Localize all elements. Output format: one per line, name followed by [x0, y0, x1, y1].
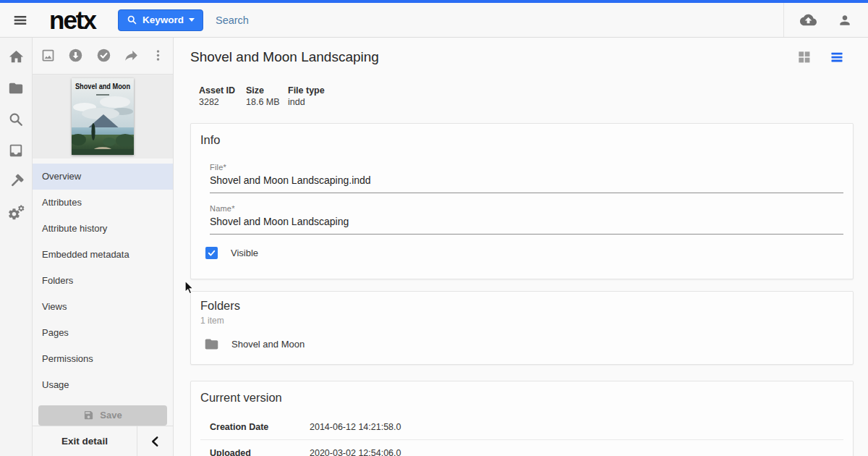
info-card: Info File* Shovel and Moon Landscaping.i… — [190, 123, 854, 279]
current-version-card: Current version Creation Date 2014-06-12… — [190, 381, 854, 456]
asset-header: Shovel and Moon Landscaping — [174, 38, 868, 76]
asset-meta: Asset ID 3282 Size 18.6 MB File type ind… — [190, 85, 854, 107]
netx-logo[interactable]: netx — [49, 7, 95, 33]
meta-asset-id: Asset ID 3282 — [199, 85, 246, 107]
detail-menu: Overview Attributes Attribute history Em… — [33, 164, 173, 398]
home-icon[interactable] — [0, 41, 32, 72]
page-title: Shovel and Moon Landscaping — [190, 49, 379, 65]
folder-icon[interactable] — [0, 72, 32, 104]
keyword-scope-button[interactable]: Keyword — [118, 9, 203, 31]
menu-item-pages[interactable]: Pages — [33, 320, 173, 346]
exit-row: Exit detail — [33, 426, 173, 456]
thumbnail-title: Shovel and Moon — [75, 82, 130, 90]
image-icon[interactable] — [41, 48, 56, 63]
version-row-uploaded: Uploaded 2020-03-02 12:54:06.0 — [200, 440, 843, 456]
nav-rail — [0, 38, 33, 456]
menu-item-usage[interactable]: Usage — [33, 372, 173, 398]
folder-item-icon — [204, 337, 219, 352]
meta-size: Size 18.6 MB — [246, 85, 288, 107]
save-button-label: Save — [100, 410, 122, 421]
asset-toolbar — [33, 38, 173, 75]
file-field-value[interactable]: Shovel and Moon Landscaping.indd — [210, 174, 843, 186]
checkmark-icon — [207, 248, 216, 258]
menu-item-attributes[interactable]: Attributes — [33, 190, 173, 216]
topbar: netx Keyword — [0, 3, 868, 38]
folder-item-name: Shovel and Moon — [231, 339, 305, 350]
user-icon[interactable] — [838, 13, 852, 28]
file-field-label: File* — [210, 163, 843, 172]
thumbnail-area: Shovel and Moon — [33, 75, 173, 159]
menu-item-permissions[interactable]: Permissions — [33, 346, 173, 372]
exit-detail-button[interactable]: Exit detail — [33, 426, 137, 456]
menu-icon[interactable] — [9, 9, 31, 31]
folder-list-item[interactable]: Shovel and Moon — [200, 337, 843, 352]
list-view-icon[interactable] — [830, 50, 844, 64]
keyword-button-label: Keyword — [142, 14, 184, 25]
visible-checkbox[interactable] — [205, 247, 218, 259]
folders-card: Folders 1 item Shovel and Moon — [190, 291, 854, 365]
visible-row: Visible — [205, 247, 843, 259]
topbar-actions — [783, 3, 868, 37]
grid-view-icon[interactable] — [797, 50, 811, 64]
chevron-left-icon[interactable] — [137, 426, 173, 456]
detail-sidebar: Shovel and Moon Overview Attributes At — [33, 38, 174, 456]
cloud-upload-icon[interactable] — [800, 12, 817, 28]
settings-gears-icon[interactable] — [0, 197, 32, 228]
name-field[interactable]: Name* Shovel and Moon Landscaping — [210, 204, 843, 235]
folders-card-heading: Folders — [200, 299, 843, 313]
menu-item-embedded-metadata[interactable]: Embedded metadata — [33, 242, 173, 268]
menu-item-views[interactable]: Views — [33, 294, 173, 320]
save-button[interactable]: Save — [38, 405, 167, 426]
asset-thumbnail[interactable]: Shovel and Moon — [72, 78, 134, 155]
menu-item-attribute-history[interactable]: Attribute history — [33, 216, 173, 242]
main-panel: Shovel and Moon Landscaping Asset ID 328… — [174, 38, 868, 456]
download-circle-icon[interactable] — [68, 48, 83, 63]
menu-item-overview[interactable]: Overview — [33, 164, 173, 190]
version-row-creation-date: Creation Date 2014-06-12 14:21:58.0 — [200, 414, 843, 440]
more-vert-icon[interactable] — [151, 48, 165, 62]
share-icon[interactable] — [124, 48, 139, 63]
name-field-label: Name* — [210, 204, 843, 213]
visible-label: Visible — [231, 248, 258, 258]
save-icon — [83, 410, 94, 421]
file-field[interactable]: File* Shovel and Moon Landscaping.indd — [210, 163, 843, 193]
folders-count: 1 item — [200, 316, 843, 326]
version-card-heading: Current version — [200, 391, 843, 405]
check-circle-icon[interactable] — [96, 48, 111, 63]
search-nav-icon[interactable] — [0, 104, 32, 135]
hammer-icon[interactable] — [0, 166, 32, 197]
name-field-value[interactable]: Shovel and Moon Landscaping — [210, 216, 843, 227]
caret-down-icon — [189, 18, 195, 22]
meta-file-type: File type indd — [288, 85, 325, 107]
info-card-heading: Info — [200, 133, 843, 147]
search-icon — [127, 14, 137, 25]
search-input[interactable] — [216, 14, 461, 26]
inbox-icon[interactable] — [0, 135, 32, 166]
menu-item-folders[interactable]: Folders — [33, 268, 173, 294]
